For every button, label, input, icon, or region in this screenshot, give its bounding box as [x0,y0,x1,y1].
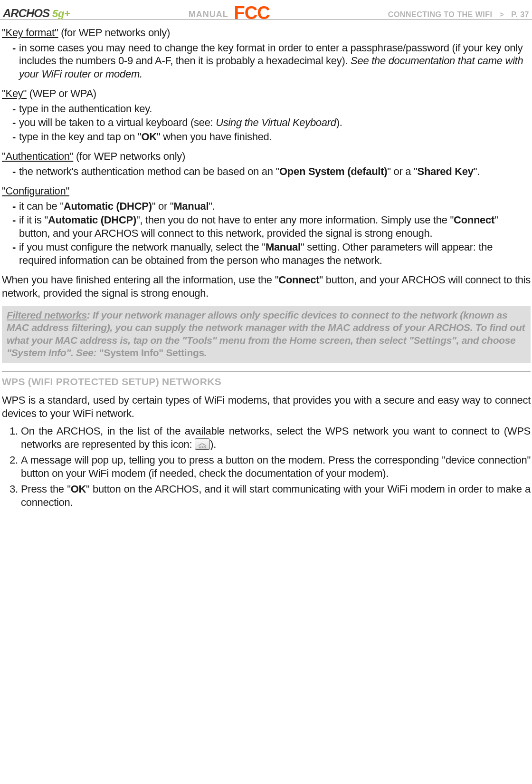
list-text: in some cases you may need to change the… [19,41,531,81]
list-item: - type in the key and tap on "OK" when y… [2,130,531,144]
bullet-list: - the network's authentication method ca… [2,165,531,178]
list-text: type in the authentication key. [19,102,531,116]
breadcrumb: CONNECTING TO THE WIFI > P. 37 [388,10,529,19]
header-center: MANUAL FCC [70,2,388,25]
breadcrumb-separator: > [499,10,504,19]
section-label: "Authentication" [2,150,73,162]
list-text: On the ARCHOS, in the list of the availa… [21,425,531,451]
section-context: (for WEP networks only) [73,150,185,162]
list-item: - if it is "Automatic (DHCP)", then you … [2,213,531,240]
page-header: ARCHOS 5g+ MANUAL FCC CONNECTING TO THE … [0,2,532,19]
brand-logo: ARCHOS 5g+ [3,6,70,20]
page-content: "Key format" (for WEP networks only) - i… [0,26,532,509]
bullet-dash-icon: - [12,41,19,81]
list-text: if you must configure the network manual… [19,241,531,267]
section-key-format: "Key format" (for WEP networks only) [2,26,531,39]
info-box-filtered-networks: Filtered networks: If your network manag… [2,306,531,363]
section-name: CONNECTING TO THE WIFI [388,10,493,19]
list-item: - the network's authentication method ca… [2,165,531,178]
section-context: (for WEP networks only) [58,27,170,39]
list-item: 2. A message will pop up, telling you to… [2,454,531,480]
paragraph-finish: When you have finished entering all the … [2,273,531,300]
list-text: it can be "Automatic (DHCP)" or "Manual"… [19,200,531,213]
list-text: type in the key and tap on "OK" when you… [19,130,531,144]
bullet-dash-icon: - [12,241,19,267]
list-item: - you will be taken to a virtual keyboar… [2,116,531,129]
list-item: 3. Press the "OK" button on the ARCHOS, … [2,483,531,509]
bullet-dash-icon: - [12,130,19,144]
page-number: P. 37 [511,10,529,19]
list-item: 1. On the ARCHOS, in the list of the ava… [2,425,531,451]
list-text: Press the "OK" button on the ARCHOS, and… [21,483,531,509]
paragraph-wps-intro: WPS is a standard, used by certain types… [2,394,531,420]
subheading-wps: WPS (WIFI PROTECTED SETUP) NETWORKS [2,376,531,388]
bullet-dash-icon: - [12,116,19,129]
logo-model: 5g+ [52,7,70,20]
list-item: - if you must configure the network manu… [2,241,531,267]
info-lead: Filtered networks [7,310,87,320]
bullet-dash-icon: - [12,102,19,116]
list-text: the network's authentication method can … [19,165,531,178]
bullet-dash-icon: - [12,165,19,178]
section-configuration: "Configuration" [2,184,531,198]
section-label: "Key format" [2,27,58,39]
list-number: 3. [10,483,21,509]
list-number: 1. [10,425,21,451]
list-text: you will be taken to a virtual keyboard … [19,116,531,129]
bullet-list: - it can be "Automatic (DHCP)" or "Manua… [2,200,531,267]
wps-icon: WPS [195,438,210,450]
list-text: if it is "Automatic (DHCP)", then you do… [19,213,531,240]
fcc-label: FCC [234,3,270,23]
section-label: "Key" [2,87,27,99]
section-context: (WEP or WPA) [27,87,96,99]
list-number: 2. [10,454,21,480]
bullet-list: - type in the authentication key. - you … [2,102,531,144]
divider [2,371,531,372]
manual-label: MANUAL [189,10,228,19]
list-item: - type in the authentication key. [2,102,531,116]
ordered-list: 1. On the ARCHOS, in the list of the ava… [2,425,531,509]
list-item: - in some cases you may need to change t… [2,41,531,81]
section-label: "Configuration" [2,185,69,197]
section-key: "Key" (WEP or WPA) [2,87,531,100]
bullet-dash-icon: - [12,200,19,213]
logo-archos: ARCHOS [3,6,49,20]
bullet-list: - in some cases you may need to change t… [2,41,531,81]
list-item: - it can be "Automatic (DHCP)" or "Manua… [2,200,531,213]
bullet-dash-icon: - [12,213,19,240]
list-text: A message will pop up, telling you to pr… [21,454,531,480]
info-tail: "System Info" Settings [99,347,204,358]
section-authentication: "Authentication" (for WEP networks only) [2,150,531,163]
